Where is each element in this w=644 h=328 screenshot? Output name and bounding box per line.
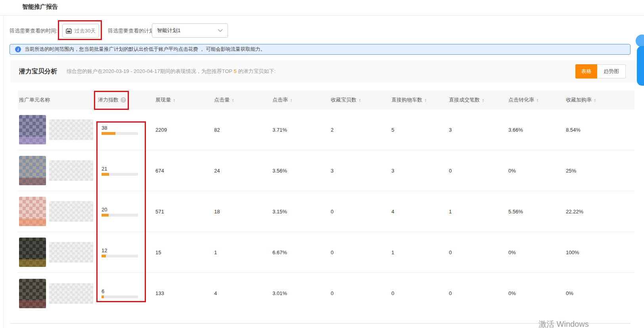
ctr-value: 3.01% <box>268 290 326 296</box>
table-row: 21 674 24 3.56% 3 3 0 0% 25% <box>18 150 634 191</box>
left-edge-line <box>3 15 4 328</box>
floating-helper-icon[interactable] <box>636 35 644 47</box>
col-header-direct-orders[interactable]: 直接成交笔数↑ <box>444 96 504 104</box>
table-header-row: 推广单元名称 潜力指数 ? 展现量↑ 点击量↑ 点击率↑ 收藏宝贝数↑ 直接购物… <box>18 90 634 109</box>
product-thumbnail <box>19 115 46 144</box>
section-subtitle: 综合您的账户在2020-03-19 - 2020-04-17期间的表现情况，为您… <box>67 68 276 75</box>
direct-orders-value: 0 <box>444 290 504 296</box>
clicks-value: 1 <box>209 249 268 255</box>
sort-up-icon: ↑ <box>232 97 234 103</box>
sort-up-icon: ↑ <box>594 97 596 103</box>
time-filter-label: 筛选需要查看的时间: <box>10 27 58 35</box>
col-header-unit-name: 推广单元名称 <box>18 96 93 104</box>
page-title: 智能推广报告 <box>22 3 58 11</box>
col-header-clicks[interactable]: 点击量↑ <box>209 96 268 104</box>
table-row: 6 133 4 3.01% 0 0 0 0% 0% <box>18 273 634 314</box>
title-divider <box>0 15 644 15</box>
table-row: 12 15 1 6.67% 0 1 0 0% 100% <box>18 232 634 273</box>
fav-cart-rate-value: 8.54% <box>561 127 634 133</box>
direct-carts-value: 4 <box>387 209 444 215</box>
sort-up-icon: ↑ <box>482 97 485 103</box>
sort-up-icon: ↑ <box>290 97 293 103</box>
favorites-value: 3 <box>326 168 387 174</box>
potential-index-bar <box>102 132 138 135</box>
sort-up-icon: ↑ <box>173 97 176 103</box>
windows-activation-watermark: 激活 Windows <box>539 319 589 328</box>
sort-up-icon: ↑ <box>358 97 361 103</box>
impressions-value: 571 <box>151 209 209 215</box>
click-cvr-value: 0% <box>504 168 561 174</box>
favorites-value: 0 <box>326 249 387 255</box>
potential-index-value: 12 <box>102 247 151 253</box>
sort-up-icon: ↑ <box>424 97 427 103</box>
card-bottom-border <box>10 323 631 324</box>
impressions-value: 15 <box>151 249 209 255</box>
direct-orders-value: 0 <box>444 249 504 255</box>
click-cvr-value: 3.66% <box>504 127 561 133</box>
clicks-value: 82 <box>209 127 268 133</box>
plan-select[interactable]: 智能计划1 <box>152 23 228 38</box>
click-cvr-value: 0% <box>504 249 561 255</box>
potential-index-value: 38 <box>102 125 151 131</box>
product-thumbnail <box>19 279 46 308</box>
direct-orders-value: 1 <box>444 209 504 215</box>
view-trend-button[interactable]: 趋势图 <box>597 64 626 79</box>
blurred-product-name <box>49 201 93 222</box>
impressions-value: 133 <box>151 290 209 296</box>
section-title: 潜力宝贝分析 <box>19 67 57 76</box>
col-header-impressions[interactable]: 展现量↑ <box>151 96 209 104</box>
clicks-value: 24 <box>209 168 268 174</box>
favorites-value: 2 <box>326 127 387 133</box>
fav-cart-rate-value: 100% <box>561 249 634 255</box>
impressions-value: 674 <box>151 168 209 174</box>
time-range-button[interactable]: 过去30天 <box>62 24 99 38</box>
potential-index-value: 21 <box>102 166 151 172</box>
col-header-direct-carts[interactable]: 直接购物车数↑ <box>387 96 444 104</box>
product-thumbnail <box>19 238 46 267</box>
col-header-click-cvr[interactable]: 点击转化率↑ <box>504 96 561 104</box>
view-toggle: 表格 趋势图 <box>575 64 626 79</box>
impressions-value: 2209 <box>151 127 209 133</box>
floating-helper-widget[interactable] <box>637 46 644 86</box>
fav-cart-rate-value: 22.22% <box>561 209 634 215</box>
col-header-fav-cart-rate[interactable]: 收藏加购率↑ <box>561 96 634 104</box>
ctr-value: 3.71% <box>268 127 326 133</box>
fav-cart-rate-value: 25% <box>561 168 634 174</box>
blurred-product-name <box>49 119 93 140</box>
clicks-value: 18 <box>209 209 268 215</box>
chevron-down-icon <box>218 29 223 32</box>
col-header-ctr[interactable]: 点击率↑ <box>268 96 326 104</box>
sort-up-icon: ↑ <box>536 97 539 103</box>
product-thumbnail <box>19 197 46 226</box>
section-header: 潜力宝贝分析 综合您的账户在2020-03-19 - 2020-04-17期间的… <box>10 60 638 82</box>
potential-index-value: 20 <box>102 207 151 213</box>
potential-index-bar <box>102 214 138 217</box>
plan-selected-value: 智能计划1 <box>157 27 180 34</box>
direct-carts-value: 5 <box>387 127 444 133</box>
ctr-value: 6.67% <box>268 249 326 255</box>
favorites-value: 0 <box>326 209 387 215</box>
blurred-product-name <box>49 242 93 263</box>
blurred-product-name <box>49 160 93 181</box>
direct-orders-value: 0 <box>444 168 504 174</box>
table-row: 38 2209 82 3.71% 2 5 3 3.66% 8.54% <box>18 109 634 150</box>
blurred-product-name <box>49 283 93 304</box>
favorites-value: 0 <box>326 290 387 296</box>
direct-carts-value: 3 <box>387 168 444 174</box>
plan-filter-label: 筛选需要查看的计划 <box>108 27 154 35</box>
click-cvr-value: 0% <box>504 290 561 296</box>
ctr-value: 3.56% <box>268 168 326 174</box>
view-table-button[interactable]: 表格 <box>575 64 597 79</box>
help-icon[interactable]: ? <box>121 97 126 103</box>
fav-cart-rate-value: 0% <box>561 290 634 296</box>
table-row: 20 571 18 3.15% 0 4 1 5.56% 22.22% <box>18 191 634 232</box>
clicks-value: 4 <box>209 290 268 296</box>
info-banner-text: 当前所选的时间范围内，您当前批量推广计划的默认出价低于账户平均点击花费 ， 可能… <box>25 46 265 53</box>
table-body: 38 2209 82 3.71% 2 5 3 3.66% 8.54% 21 67… <box>18 109 634 314</box>
potential-index-value: 6 <box>102 288 151 294</box>
col-header-favorites[interactable]: 收藏宝贝数↑ <box>326 96 387 104</box>
direct-carts-value: 0 <box>387 290 444 296</box>
product-thumbnail <box>19 156 46 185</box>
time-range-label: 过去30天 <box>75 27 96 35</box>
potential-index-bar <box>102 295 138 298</box>
